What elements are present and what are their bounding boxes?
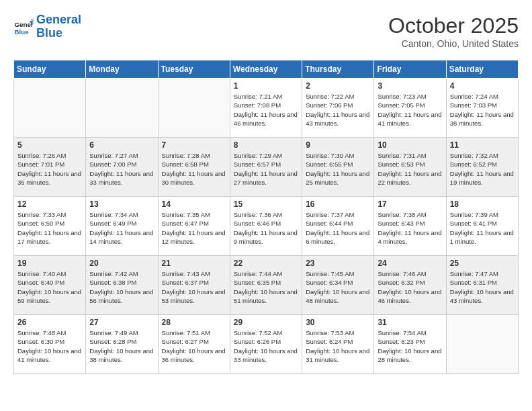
week-row-2: 5Sunrise: 7:26 AMSunset: 7:01 PMDaylight…: [14, 138, 519, 197]
location: Canton, Ohio, United States: [388, 38, 519, 49]
day-number: 13: [89, 199, 154, 209]
day-number: 5: [17, 140, 82, 150]
day-number: 30: [306, 318, 370, 327]
day-number: 15: [234, 199, 298, 209]
day-number: 3: [378, 81, 442, 91]
day-number: 1: [234, 81, 298, 91]
day-cell: 2Sunrise: 7:22 AMSunset: 7:06 PMDaylight…: [302, 79, 374, 138]
day-info: Sunrise: 7:45 AMSunset: 6:34 PMDaylight:…: [306, 269, 370, 305]
day-cell: 9Sunrise: 7:30 AMSunset: 6:55 PMDaylight…: [302, 138, 374, 197]
day-number: 6: [89, 140, 154, 150]
day-info: Sunrise: 7:29 AMSunset: 6:57 PMDaylight:…: [234, 151, 298, 187]
day-cell: 19Sunrise: 7:40 AMSunset: 6:40 PMDayligh…: [14, 256, 86, 315]
day-cell: [14, 79, 86, 138]
day-number: 25: [450, 259, 515, 268]
day-number: 10: [378, 140, 442, 150]
day-info: Sunrise: 7:42 AMSunset: 6:38 PMDaylight:…: [89, 269, 154, 305]
day-number: 27: [89, 318, 154, 327]
day-cell: 26Sunrise: 7:48 AMSunset: 6:30 PMDayligh…: [14, 315, 86, 374]
day-cell: 12Sunrise: 7:33 AMSunset: 6:50 PMDayligh…: [14, 197, 86, 256]
day-info: Sunrise: 7:54 AMSunset: 6:23 PMDaylight:…: [378, 328, 442, 364]
col-header-thursday: Thursday: [302, 60, 374, 79]
logo-text: General Blue: [36, 13, 81, 40]
day-cell: 15Sunrise: 7:36 AMSunset: 6:46 PMDayligh…: [230, 197, 302, 256]
day-number: 7: [162, 140, 226, 150]
day-number: 24: [378, 259, 442, 268]
day-cell: 23Sunrise: 7:45 AMSunset: 6:34 PMDayligh…: [302, 256, 374, 315]
day-cell: 10Sunrise: 7:31 AMSunset: 6:53 PMDayligh…: [374, 138, 446, 197]
day-info: Sunrise: 7:34 AMSunset: 6:49 PMDaylight:…: [89, 210, 154, 246]
day-info: Sunrise: 7:48 AMSunset: 6:30 PMDaylight:…: [17, 328, 82, 364]
day-info: Sunrise: 7:53 AMSunset: 6:24 PMDaylight:…: [306, 328, 370, 364]
day-info: Sunrise: 7:36 AMSunset: 6:46 PMDaylight:…: [234, 210, 298, 246]
day-info: Sunrise: 7:23 AMSunset: 7:05 PMDaylight:…: [378, 92, 442, 128]
day-cell: [86, 79, 158, 138]
day-info: Sunrise: 7:39 AMSunset: 6:41 PMDaylight:…: [450, 210, 515, 246]
day-cell: 6Sunrise: 7:27 AMSunset: 7:00 PMDaylight…: [86, 138, 158, 197]
day-number: 31: [378, 318, 442, 327]
day-cell: 25Sunrise: 7:47 AMSunset: 6:31 PMDayligh…: [446, 256, 518, 315]
day-cell: 29Sunrise: 7:52 AMSunset: 6:26 PMDayligh…: [230, 315, 302, 374]
logo-icon: General Blue: [13, 17, 34, 37]
day-cell: 13Sunrise: 7:34 AMSunset: 6:49 PMDayligh…: [86, 197, 158, 256]
day-info: Sunrise: 7:38 AMSunset: 6:43 PMDaylight:…: [378, 210, 442, 246]
day-info: Sunrise: 7:27 AMSunset: 7:00 PMDaylight:…: [89, 151, 154, 187]
day-cell: 8Sunrise: 7:29 AMSunset: 6:57 PMDaylight…: [230, 138, 302, 197]
day-info: Sunrise: 7:33 AMSunset: 6:50 PMDaylight:…: [17, 210, 82, 246]
page-header: General Blue General Blue October 2025 C…: [13, 13, 519, 49]
day-info: Sunrise: 7:21 AMSunset: 7:08 PMDaylight:…: [234, 92, 298, 128]
week-row-3: 12Sunrise: 7:33 AMSunset: 6:50 PMDayligh…: [14, 197, 519, 256]
day-number: 14: [162, 199, 226, 209]
col-header-saturday: Saturday: [446, 60, 518, 79]
day-number: 8: [234, 140, 298, 150]
day-cell: 11Sunrise: 7:32 AMSunset: 6:52 PMDayligh…: [446, 138, 518, 197]
col-header-sunday: Sunday: [14, 60, 86, 79]
header-row: SundayMondayTuesdayWednesdayThursdayFrid…: [14, 60, 519, 79]
day-info: Sunrise: 7:40 AMSunset: 6:40 PMDaylight:…: [17, 269, 82, 305]
week-row-5: 26Sunrise: 7:48 AMSunset: 6:30 PMDayligh…: [14, 315, 519, 374]
day-cell: 20Sunrise: 7:42 AMSunset: 6:38 PMDayligh…: [86, 256, 158, 315]
day-cell: 14Sunrise: 7:35 AMSunset: 6:47 PMDayligh…: [158, 197, 230, 256]
day-number: 2: [306, 81, 370, 91]
day-cell: 1Sunrise: 7:21 AMSunset: 7:08 PMDaylight…: [230, 79, 302, 138]
day-cell: 24Sunrise: 7:46 AMSunset: 6:32 PMDayligh…: [374, 256, 446, 315]
day-number: 11: [450, 140, 515, 150]
day-number: 4: [450, 81, 515, 91]
day-number: 18: [450, 199, 515, 209]
day-info: Sunrise: 7:30 AMSunset: 6:55 PMDaylight:…: [306, 151, 370, 187]
day-number: 21: [162, 259, 226, 268]
day-number: 22: [234, 259, 298, 268]
day-cell: 22Sunrise: 7:44 AMSunset: 6:35 PMDayligh…: [230, 256, 302, 315]
day-number: 19: [17, 259, 82, 268]
day-info: Sunrise: 7:31 AMSunset: 6:53 PMDaylight:…: [378, 151, 442, 187]
day-number: 23: [306, 259, 370, 268]
week-row-4: 19Sunrise: 7:40 AMSunset: 6:40 PMDayligh…: [14, 256, 519, 315]
day-number: 12: [17, 199, 82, 209]
day-cell: 7Sunrise: 7:28 AMSunset: 6:58 PMDaylight…: [158, 138, 230, 197]
day-cell: 17Sunrise: 7:38 AMSunset: 6:43 PMDayligh…: [374, 197, 446, 256]
day-cell: 18Sunrise: 7:39 AMSunset: 6:41 PMDayligh…: [446, 197, 518, 256]
day-number: 28: [162, 318, 226, 327]
day-info: Sunrise: 7:32 AMSunset: 6:52 PMDaylight:…: [450, 151, 515, 187]
day-cell: 4Sunrise: 7:24 AMSunset: 7:03 PMDaylight…: [446, 79, 518, 138]
day-info: Sunrise: 7:43 AMSunset: 6:37 PMDaylight:…: [162, 269, 226, 305]
day-number: 16: [306, 199, 370, 209]
day-info: Sunrise: 7:26 AMSunset: 7:01 PMDaylight:…: [17, 151, 82, 187]
calendar-table: SundayMondayTuesdayWednesdayThursdayFrid…: [13, 60, 519, 374]
day-cell: 16Sunrise: 7:37 AMSunset: 6:44 PMDayligh…: [302, 197, 374, 256]
day-info: Sunrise: 7:52 AMSunset: 6:26 PMDaylight:…: [234, 328, 298, 364]
col-header-monday: Monday: [86, 60, 158, 79]
day-cell: 21Sunrise: 7:43 AMSunset: 6:37 PMDayligh…: [158, 256, 230, 315]
day-cell: 27Sunrise: 7:49 AMSunset: 6:28 PMDayligh…: [86, 315, 158, 374]
week-row-1: 1Sunrise: 7:21 AMSunset: 7:08 PMDaylight…: [14, 79, 519, 138]
day-info: Sunrise: 7:46 AMSunset: 6:32 PMDaylight:…: [378, 269, 442, 305]
title-block: October 2025 Canton, Ohio, United States: [388, 13, 519, 49]
logo-line2: Blue: [36, 26, 62, 40]
day-info: Sunrise: 7:24 AMSunset: 7:03 PMDaylight:…: [450, 92, 515, 128]
day-number: 20: [89, 259, 154, 268]
logo-line1: General: [36, 13, 81, 26]
day-cell: 3Sunrise: 7:23 AMSunset: 7:05 PMDaylight…: [374, 79, 446, 138]
day-info: Sunrise: 7:28 AMSunset: 6:58 PMDaylight:…: [162, 151, 226, 187]
col-header-tuesday: Tuesday: [158, 60, 230, 79]
day-cell: [158, 79, 230, 138]
